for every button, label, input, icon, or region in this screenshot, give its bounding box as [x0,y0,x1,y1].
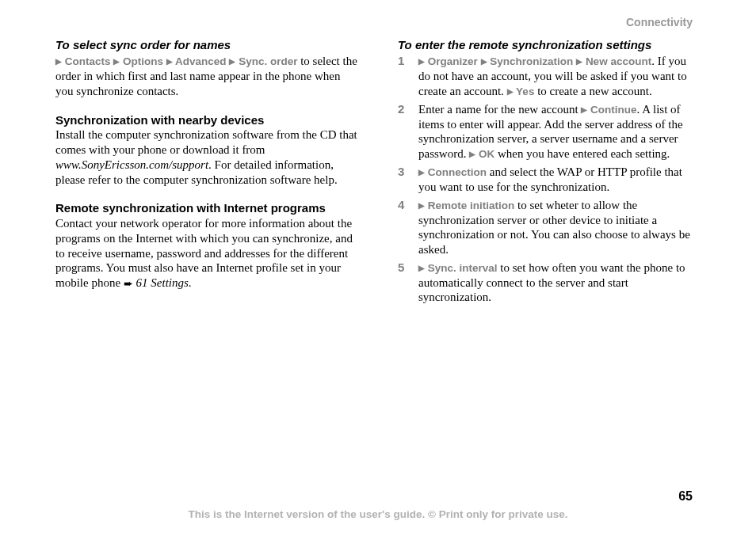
triangle-icon: ▶ [469,150,475,158]
triangle-icon: ▶ [576,57,582,66]
page: Connectivity To select sync order for na… [0,0,756,536]
step-number: 4 [398,198,418,257]
step-item: 4 ▶ Remote initiation to set wheter to a… [398,198,701,257]
body-text: . [189,276,192,289]
step-body: ▶ Sync. interval to set how often you wa… [418,260,701,305]
nav-path: ▶ Continue [581,104,636,116]
step-item: 1 ▶ Organizer ▶ Synchronization ▶ New ac… [398,54,701,99]
section-header: Connectivity [55,16,701,30]
step-number: 1 [398,54,418,99]
triangle-icon: ▶ [166,57,173,66]
footer-text: This is the Internet version of the user… [189,508,568,520]
heading-enter-remote-settings: To enter the remote synchronization sett… [398,38,701,53]
paragraph: Install the computer synchronization sof… [55,127,358,187]
triangle-icon: ▶ [581,105,587,114]
nav-path: ▶ Sync. interval [418,262,498,274]
xref-text: 61 Settings [136,276,189,289]
nav-path: ▶ Remote initiation [418,200,514,211]
step-body: ▶ Connection and select the WAP or HTTP … [418,165,701,195]
triangle-icon: ▶ [418,264,425,272]
nav-path: ▶ Yes [507,86,535,97]
triangle-icon: ▶ [418,201,425,210]
heading-sync-order: To select sync order for names [55,38,358,53]
left-column: To select sync order for names ▶ Contact… [55,38,358,309]
body-text: Contact your network operator for more i… [55,217,353,289]
page-number: 65 [678,488,693,504]
body-text: Install the computer synchronization sof… [55,128,357,156]
step-body: Enter a name for the new account ▶ Conti… [418,102,701,162]
step-item: 2 Enter a name for the new account ▶ Con… [398,102,701,162]
body-text: when you have entered each setting. [494,147,670,160]
triangle-icon: ▶ [418,57,425,66]
nav-item: Continue [590,104,637,116]
nav-item: Options [123,55,163,67]
paragraph: Contact your network operator for more i… [55,216,358,291]
nav-path: ▶ Contacts ▶ Options ▶ Advanced ▶ Sync. … [55,55,300,67]
triangle-icon: ▶ [481,57,487,66]
step-item: 3 ▶ Connection and select the WAP or HTT… [398,165,701,195]
nav-item: Advanced [175,55,227,67]
heading-nearby-devices: Synchronization with nearby devices [55,113,358,128]
step-number: 2 [398,102,418,162]
nav-item: New account [586,55,651,67]
triangle-icon: ▶ [55,57,62,66]
nav-item: Yes [516,86,534,97]
heading-remote-sync: Remote synchronization with Internet pro… [55,201,358,216]
triangle-icon: ▶ [113,57,120,66]
triangle-icon: ▶ [507,87,514,96]
footer: This is the Internet version of the user… [0,507,756,522]
content-columns: To select sync order for names ▶ Contact… [55,38,701,309]
nav-item: Connection [428,166,487,178]
step-number: 5 [398,260,418,305]
body-text: to create a new account. [534,85,651,97]
nav-path: ▶ Organizer ▶ Synchronization ▶ New acco… [418,55,651,67]
right-column: To enter the remote synchronization sett… [398,38,701,309]
step-body: ▶ Organizer ▶ Synchronization ▶ New acco… [418,54,701,99]
body-text: Enter a name for the new account [418,103,581,116]
nav-item: Sync. order [239,55,297,67]
nav-item: Organizer [428,55,478,67]
nav-item: Contacts [65,55,111,67]
nav-item: OK [479,148,494,160]
xref-arrow-icon: ➨ [124,277,133,291]
triangle-icon: ▶ [229,57,235,66]
triangle-icon: ▶ [418,168,425,177]
nav-path: ▶ OK [469,148,494,160]
step-item: 5 ▶ Sync. interval to set how often you … [398,260,701,305]
step-body: ▶ Remote initiation to set wheter to all… [418,198,701,257]
steps-list: 1 ▶ Organizer ▶ Synchronization ▶ New ac… [398,54,701,305]
nav-item: Remote initiation [428,200,515,211]
nav-item: Sync. interval [428,262,498,274]
url-text: www.SonyEricsson.com/support [55,158,208,171]
nav-item: Synchronization [490,55,573,67]
step-number: 3 [398,165,418,195]
nav-path: ▶ Connection [418,166,487,178]
paragraph: ▶ Contacts ▶ Options ▶ Advanced ▶ Sync. … [55,54,358,98]
